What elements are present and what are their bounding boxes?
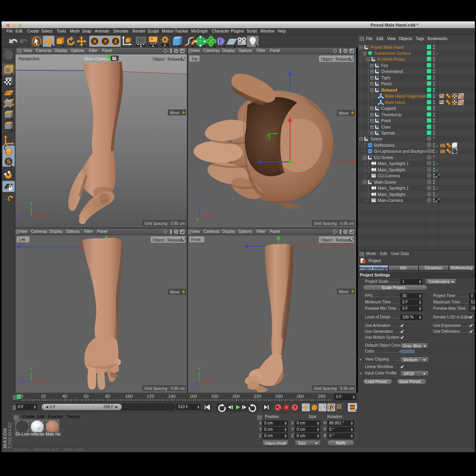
svg-text:Object : Relaxed: Object : Relaxed xyxy=(153,57,182,61)
svg-text:Object : Relaxed: Object : Relaxed xyxy=(321,238,350,242)
svg-text:S: S xyxy=(7,158,10,165)
svg-text:Z: Z xyxy=(198,202,200,206)
svg-text:?: ? xyxy=(293,405,296,411)
svg-text:X: X xyxy=(210,214,213,219)
svg-text:Z: Z xyxy=(114,38,117,44)
svg-text:Move: Move xyxy=(339,290,349,294)
svg-text:P: P xyxy=(330,405,333,411)
svg-text:Top: Top xyxy=(191,57,198,61)
svg-text:Object : Relaxed: Object : Relaxed xyxy=(153,238,182,242)
svg-text:Main–Camera: Main–Camera xyxy=(84,57,109,61)
svg-text:Grid Spacing : 0.95 cm: Grid Spacing : 0.95 cm xyxy=(314,221,354,226)
svg-text:Y: Y xyxy=(30,202,33,206)
svg-text:Grid Spacing : 0.95 cm: Grid Spacing : 0.95 cm xyxy=(144,221,185,226)
svg-text:Grid Spacing : 0.95 cm: Grid Spacing : 0.95 cm xyxy=(144,386,185,391)
svg-text:X: X xyxy=(42,379,45,384)
svg-text:X: X xyxy=(93,38,96,44)
svg-text:reflectio: reflectio xyxy=(31,432,44,436)
svg-text:Move: Move xyxy=(339,111,349,115)
svg-text:Object : Relaxed: Object : Relaxed xyxy=(321,57,350,61)
svg-text:0: 0 xyxy=(184,56,186,60)
svg-text:Y: Y xyxy=(196,217,199,222)
svg-text:Z: Z xyxy=(17,379,19,384)
svg-text:Y: Y xyxy=(104,38,107,44)
svg-text:X: X xyxy=(42,215,45,219)
svg-text:Move: Move xyxy=(170,111,180,115)
svg-text:Perspective: Perspective xyxy=(19,57,40,61)
svg-text:Y: Y xyxy=(30,367,33,371)
svg-text:GI–Lum: GI–Lum xyxy=(15,432,30,436)
svg-text:Front: Front xyxy=(191,238,201,242)
svg-text:Z: Z xyxy=(17,214,19,218)
svg-text:0: 0 xyxy=(352,237,354,240)
svg-text:Left: Left xyxy=(19,238,25,242)
svg-text:Move: Move xyxy=(170,290,180,294)
svg-text:0: 0 xyxy=(184,237,186,240)
svg-text:Y: Y xyxy=(198,367,200,371)
svg-text:0: 0 xyxy=(352,56,354,60)
svg-text:Male Ha: Male Ha xyxy=(46,432,61,436)
svg-text:Grid Spacing : 0.95 cm: Grid Spacing : 0.95 cm xyxy=(314,386,354,391)
svg-text:X: X xyxy=(210,379,213,384)
svg-text:Z: Z xyxy=(189,383,191,388)
